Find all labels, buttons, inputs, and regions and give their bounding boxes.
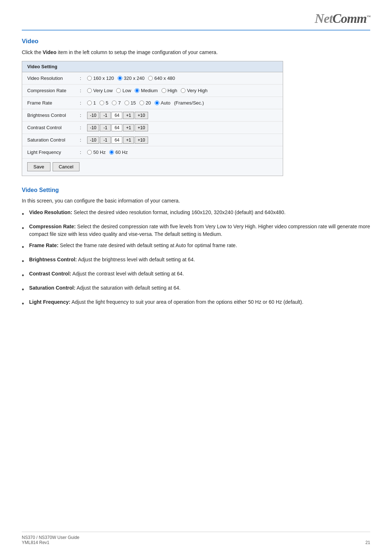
compression-medium-radio[interactable] xyxy=(135,88,139,93)
resolution-160-label[interactable]: 160 x 120 xyxy=(87,75,114,81)
frame-rate-label: Frame Rate xyxy=(27,100,80,106)
saturation-minus1-button[interactable]: -1 xyxy=(100,136,111,144)
light-frequency-row: Light Frequency : 50 Hz 60 Hz xyxy=(22,146,283,159)
freq-60hz-label[interactable]: 60 Hz xyxy=(109,150,128,155)
contrast-plus10-button[interactable]: +10 xyxy=(135,124,148,131)
compression-rate-label: Compression Rate xyxy=(27,88,80,93)
video-resolution-label: Video Resolution xyxy=(27,75,80,81)
saturation-plus1-button[interactable]: +1 xyxy=(123,136,134,144)
contrast-stepper: -10 -1 64 +1 +10 xyxy=(87,124,148,131)
framerate-7-radio[interactable] xyxy=(112,101,117,105)
framerate-auto-radio[interactable] xyxy=(155,101,159,105)
compression-veryhigh-label[interactable]: Very High xyxy=(181,88,207,93)
framerate-1-label[interactable]: 1 xyxy=(87,100,96,106)
vs-box-header: Video Setting xyxy=(22,61,283,72)
intro-text: Click the Video item in the left column … xyxy=(22,49,370,55)
freq-50hz-label[interactable]: 50 Hz xyxy=(87,150,106,155)
brightness-minus1-button[interactable]: -1 xyxy=(100,112,111,119)
contrast-plus1-button[interactable]: +1 xyxy=(123,124,134,131)
frame-rate-controls: 1 5 7 15 20 Auto (Frames/Sec.) xyxy=(87,100,204,106)
list-item: • Contrast Control: Adjust the contrast … xyxy=(22,270,370,281)
resolution-640-radio[interactable] xyxy=(148,76,153,81)
vs-section-title: Video Setting xyxy=(22,187,370,193)
top-border xyxy=(22,30,370,30)
freq-60hz-radio[interactable] xyxy=(109,150,114,155)
list-item: • Saturation Control: Adjust the saturat… xyxy=(22,284,370,295)
list-item: • Compression Rate: Select the desired c… xyxy=(22,223,370,238)
saturation-control-controls: -10 -1 64 +1 +10 xyxy=(87,136,148,144)
bullet-dot: • xyxy=(22,299,24,309)
save-button[interactable]: Save xyxy=(27,162,50,171)
video-resolution-row: Video Resolution : 160 x 120 320 x 240 6… xyxy=(22,72,283,85)
framerate-20-radio[interactable] xyxy=(139,101,144,105)
contrast-minus10-button[interactable]: -10 xyxy=(87,124,99,131)
resolution-320-radio[interactable] xyxy=(118,76,122,81)
saturation-stepper: -10 -1 64 +1 +10 xyxy=(87,136,148,144)
bullet-text-6: Light Frequency: Adjust the light freque… xyxy=(29,298,303,306)
compression-rate-row: Compression Rate : Very Low Low Medium H… xyxy=(22,85,283,97)
framerate-15-label[interactable]: 15 xyxy=(124,100,136,106)
bullet-dot: • xyxy=(22,242,24,252)
contrast-minus1-button[interactable]: -1 xyxy=(100,124,111,131)
brightness-minus10-button[interactable]: -10 xyxy=(87,112,99,119)
brightness-stepper: -10 -1 64 +1 +10 xyxy=(87,112,148,119)
resolution-320-label[interactable]: 320 x 240 xyxy=(118,75,144,81)
bullet-text-5: Saturation Control: Adjust the saturatio… xyxy=(29,284,180,292)
light-frequency-label: Light Frequency xyxy=(27,150,80,155)
video-setting-box: Video Setting Video Resolution : 160 x 1… xyxy=(22,61,283,176)
bullet-dot: • xyxy=(22,257,24,266)
framerate-auto-label[interactable]: Auto xyxy=(155,100,171,106)
framerate-20-label[interactable]: 20 xyxy=(139,100,151,106)
frame-rate-colon: : xyxy=(80,100,87,106)
bullet-text-0: Video Resolution: Select the desired vid… xyxy=(29,209,285,216)
page-container: NetComm™ Video Click the Video item in t… xyxy=(0,0,392,338)
framerate-suffix: (Frames/Sec.) xyxy=(174,100,204,106)
list-item: • Brightness Control: Adjust the brightn… xyxy=(22,256,370,266)
compression-low-radio[interactable] xyxy=(116,88,121,93)
compression-verylow-label[interactable]: Very Low xyxy=(87,88,113,93)
footer-line2: YML814 Rev1 xyxy=(22,540,79,545)
cancel-button[interactable]: Cancel xyxy=(53,162,79,171)
contrast-control-controls: -10 -1 64 +1 +10 xyxy=(87,124,148,131)
compression-high-radio[interactable] xyxy=(162,88,166,93)
framerate-5-label[interactable]: 5 xyxy=(99,100,108,106)
vs-description: In this screen, you can configure the ba… xyxy=(22,198,370,204)
video-resolution-controls: 160 x 120 320 x 240 640 x 480 xyxy=(87,75,175,81)
resolution-640-label[interactable]: 640 x 480 xyxy=(148,75,175,81)
compression-low-label[interactable]: Low xyxy=(116,88,131,93)
contrast-control-label: Contrast Control xyxy=(27,125,80,130)
framerate-7-label[interactable]: 7 xyxy=(112,100,121,106)
brightness-plus10-button[interactable]: +10 xyxy=(135,112,148,119)
framerate-15-radio[interactable] xyxy=(124,101,129,105)
saturation-minus10-button[interactable]: -10 xyxy=(87,136,99,144)
saturation-control-row: Saturation Control : -10 -1 64 +1 +10 xyxy=(22,134,283,146)
compression-verylow-radio[interactable] xyxy=(87,88,92,93)
footer-left: NS370 / NS370W User Guide YML814 Rev1 xyxy=(22,535,79,545)
compression-rate-colon: : xyxy=(80,88,87,93)
list-item: • Frame Rate: Select the frame rate desi… xyxy=(22,242,370,252)
logo-text: NetComm™ xyxy=(315,11,370,26)
bullet-dot: • xyxy=(22,224,24,233)
framerate-5-radio[interactable] xyxy=(99,101,104,105)
brightness-control-label: Brightness Control xyxy=(27,113,80,118)
saturation-plus10-button[interactable]: +10 xyxy=(135,136,148,144)
form-button-row: Save Cancel xyxy=(22,159,283,176)
compression-medium-label[interactable]: Medium xyxy=(135,88,158,93)
logo-area: NetComm™ xyxy=(315,11,370,26)
saturation-control-colon: : xyxy=(80,137,87,143)
bullet-text-4: Contrast Control: Adjust the contrast le… xyxy=(29,270,184,278)
resolution-160-radio[interactable] xyxy=(87,76,92,81)
bullet-list: • Video Resolution: Select the desired v… xyxy=(22,209,370,309)
compression-high-label[interactable]: High xyxy=(162,88,177,93)
light-frequency-controls: 50 Hz 60 Hz xyxy=(87,150,128,155)
video-section-title: Video xyxy=(22,38,370,45)
compression-rate-controls: Very Low Low Medium High Very High xyxy=(87,88,208,93)
video-resolution-colon: : xyxy=(80,75,87,81)
brightness-control-controls: -10 -1 64 +1 +10 xyxy=(87,112,148,119)
page-footer: NS370 / NS370W User Guide YML814 Rev1 21 xyxy=(22,532,370,545)
freq-50hz-radio[interactable] xyxy=(87,150,92,155)
compression-veryhigh-radio[interactable] xyxy=(181,88,185,93)
brightness-control-colon: : xyxy=(80,113,87,118)
brightness-plus1-button[interactable]: +1 xyxy=(123,112,134,119)
framerate-1-radio[interactable] xyxy=(87,101,92,105)
